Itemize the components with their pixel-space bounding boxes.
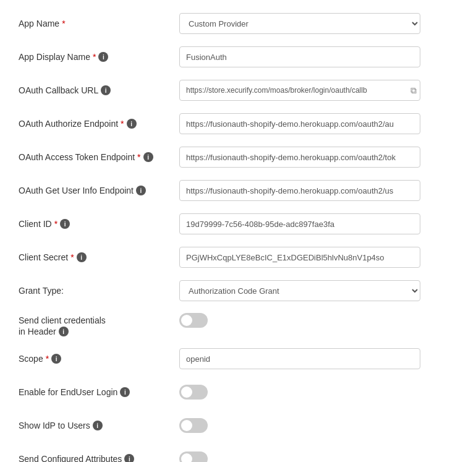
send-credentials-label: Send client credentials in Header i (19, 313, 179, 336)
send-configured-label: Send Configured Attributes i (19, 454, 179, 462)
copy-icon[interactable]: ⧉ (410, 85, 417, 96)
client-id-input[interactable] (179, 213, 420, 234)
app-name-label: App Name* (19, 19, 179, 28)
grant-type-row: Grant Type: Authorization Code GrantImpl… (19, 280, 457, 302)
client-secret-input[interactable] (179, 247, 420, 268)
app-display-name-label: App Display Name* i (19, 52, 179, 62)
send-credentials-slider (179, 313, 208, 328)
app-display-name-info-icon: i (98, 52, 108, 62)
oauth-authorize-endpoint-label: OAuth Authorize Endpoint* i (19, 119, 179, 129)
client-secret-info-icon: i (77, 252, 87, 262)
client-id-info-icon: i (60, 219, 70, 229)
show-idp-toggle[interactable] (179, 418, 208, 433)
oauth-callback-url-label: OAuth Callback URL i (19, 85, 179, 95)
scope-info-icon: i (51, 354, 61, 364)
oauth-access-token-row: OAuth Access Token Endpoint* i (19, 146, 457, 168)
scope-row: Scope* i (19, 348, 457, 370)
oauth-authorize-endpoint-input[interactable] (179, 113, 420, 134)
client-secret-row: Client Secret* i (19, 246, 457, 268)
grant-type-label: Grant Type: (19, 286, 179, 296)
send-configured-toggle[interactable] (179, 451, 208, 462)
show-idp-slider (179, 418, 208, 433)
send-credentials-row: Send client credentials in Header i (19, 313, 457, 336)
oauth-user-info-label: OAuth Get User Info Endpoint i (19, 186, 179, 195)
enable-enduser-info-icon: i (120, 387, 130, 397)
show-idp-label: Show IdP to Users i (19, 421, 179, 430)
oauth-user-info-info-icon: i (136, 186, 146, 195)
send-configured-info-icon: i (124, 454, 134, 462)
oauth-callback-url-wrapper: ⧉ (179, 80, 420, 101)
oauth-callback-url-info-icon: i (101, 85, 111, 95)
enable-enduser-row: Enable for EndUser Login i (19, 381, 457, 403)
enable-enduser-label: Enable for EndUser Login i (19, 387, 179, 397)
app-name-select[interactable]: Custom ProviderGoogleFacebookTwitter (179, 13, 420, 34)
show-idp-row: Show IdP to Users i (19, 414, 457, 437)
grant-type-select[interactable]: Authorization Code GrantImplicit GrantPa… (179, 280, 420, 301)
scope-input[interactable] (179, 348, 420, 369)
show-idp-info-icon: i (93, 421, 103, 430)
oauth-callback-url-input[interactable] (179, 80, 420, 101)
oauth-access-token-input[interactable] (179, 147, 420, 168)
app-display-name-input[interactable] (179, 46, 420, 67)
scope-label: Scope* i (19, 354, 179, 364)
oauth-user-info-input[interactable] (179, 180, 420, 201)
oauth-user-info-row: OAuth Get User Info Endpoint i (19, 179, 457, 202)
enable-enduser-toggle[interactable] (179, 385, 208, 400)
oauth-callback-url-row: OAuth Callback URL i ⧉ (19, 79, 457, 101)
send-credentials-toggle[interactable] (179, 313, 208, 328)
app-display-name-row: App Display Name* i (19, 46, 457, 68)
send-configured-row: Send Configured Attributes i (19, 448, 457, 462)
client-secret-label: Client Secret* i (19, 252, 179, 262)
oauth-authorize-endpoint-row: OAuth Authorize Endpoint* i (19, 113, 457, 135)
client-id-label: Client ID* i (19, 219, 179, 229)
oauth-authorize-endpoint-info-icon: i (127, 119, 137, 129)
app-name-row: App Name* Custom ProviderGoogleFacebookT… (19, 12, 457, 35)
client-id-row: Client ID* i (19, 213, 457, 235)
enable-enduser-slider (179, 385, 208, 400)
oauth-access-token-label: OAuth Access Token Endpoint* i (19, 152, 179, 162)
send-configured-slider (179, 451, 208, 462)
oauth-access-token-info-icon: i (143, 152, 153, 162)
send-credentials-info-icon: i (59, 327, 69, 336)
